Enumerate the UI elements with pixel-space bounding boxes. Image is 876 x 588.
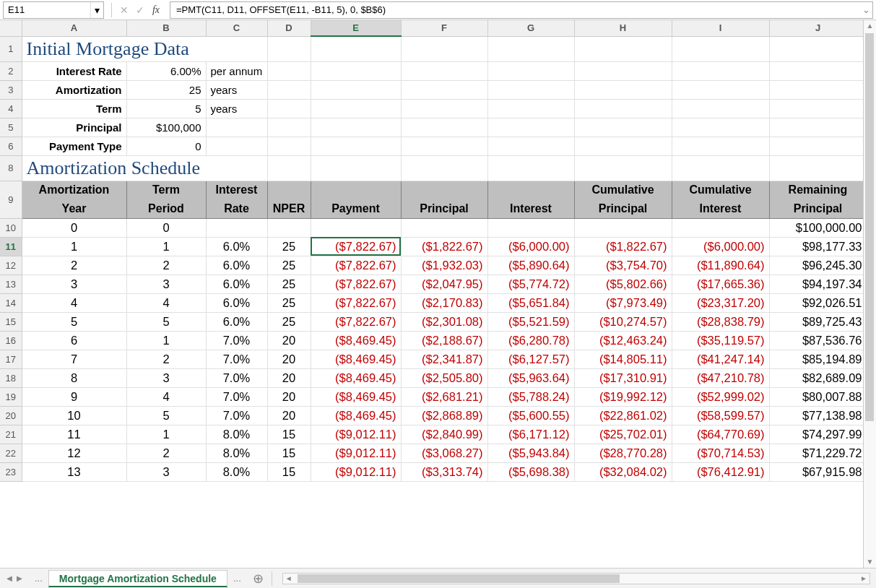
col-head-H[interactable]: H: [574, 20, 672, 36]
cell-nper[interactable]: 25: [267, 237, 311, 256]
row-head-17[interactable]: 17: [0, 350, 22, 368]
sched-header-top[interactable]: Cumulative: [574, 181, 672, 199]
cell-interest[interactable]: ($5,600.55): [487, 406, 574, 425]
col-head-D[interactable]: D: [267, 20, 311, 36]
cell[interactable]: [769, 99, 867, 118]
param-label[interactable]: Payment Type: [22, 137, 126, 155]
sched-header-top[interactable]: [401, 181, 487, 199]
row-head-9[interactable]: 9: [0, 181, 22, 218]
cell-year[interactable]: 8: [22, 368, 126, 387]
cell-payment[interactable]: ($9,012.11): [311, 425, 401, 444]
param-value[interactable]: 0: [126, 137, 206, 155]
horizontal-scrollbar[interactable]: ◄ ►: [282, 573, 870, 584]
scroll-right-icon[interactable]: ►: [858, 574, 870, 582]
sched-header-bot[interactable]: Principal: [769, 199, 867, 218]
col-head-J[interactable]: J: [769, 20, 867, 36]
cell-cum-interest[interactable]: ($35,119.57): [672, 331, 769, 350]
cell-principal[interactable]: ($2,505.80): [401, 368, 487, 387]
cell-period[interactable]: 4: [126, 293, 206, 312]
cell[interactable]: [311, 61, 401, 80]
cell-remaining[interactable]: $85,194.89: [769, 350, 867, 368]
row-head-10[interactable]: 10: [0, 218, 22, 237]
cell-rate[interactable]: 6.0%: [206, 274, 267, 293]
cell-rate[interactable]: 6.0%: [206, 312, 267, 331]
cell-rate[interactable]: 6.0%: [206, 256, 267, 274]
cell[interactable]: [769, 80, 867, 99]
cell-remaining[interactable]: $71,229.72: [769, 444, 867, 462]
cell-cum-interest[interactable]: ($52,999.02): [672, 387, 769, 406]
cell-year[interactable]: 2: [22, 256, 126, 274]
cell[interactable]: [487, 99, 574, 118]
cell[interactable]: [267, 61, 311, 80]
param-unit[interactable]: [206, 118, 267, 137]
param-unit[interactable]: [206, 137, 267, 155]
cell-remaining[interactable]: $74,297.99: [769, 425, 867, 444]
cell-nper[interactable]: 25: [267, 312, 311, 331]
sched-header-top[interactable]: Cumulative: [672, 181, 769, 199]
cell[interactable]: [401, 137, 487, 155]
col-head-I[interactable]: I: [672, 20, 769, 36]
cell-cum-principal[interactable]: ($1,822.67): [574, 237, 672, 256]
select-all-corner[interactable]: [0, 20, 22, 36]
param-value[interactable]: 6.00%: [126, 61, 206, 80]
cell[interactable]: [487, 36, 574, 61]
cell-principal[interactable]: ($2,840.99): [401, 425, 487, 444]
cell[interactable]: [401, 36, 487, 61]
cell-rate[interactable]: 8.0%: [206, 425, 267, 444]
cell-year[interactable]: 13: [22, 462, 126, 481]
cell-cum-principal[interactable]: ($5,802.66): [574, 274, 672, 293]
add-sheet-icon[interactable]: ⊕: [250, 570, 267, 587]
row-head-15[interactable]: 15: [0, 312, 22, 331]
cell[interactable]: [769, 155, 867, 181]
cell[interactable]: [401, 61, 487, 80]
cell-principal[interactable]: ($3,068.27): [401, 444, 487, 462]
param-unit[interactable]: per annum: [206, 61, 267, 80]
cell-interest[interactable]: ($5,774.72): [487, 274, 574, 293]
cell-cum-interest[interactable]: ($28,838.79): [672, 312, 769, 331]
scroll-track[interactable]: [864, 32, 876, 556]
cell-nper[interactable]: 20: [267, 387, 311, 406]
cell-rate[interactable]: [206, 218, 267, 237]
cell-payment[interactable]: ($8,469.45): [311, 387, 401, 406]
enter-icon[interactable]: ✓: [132, 2, 148, 18]
fx-icon[interactable]: fx: [148, 2, 164, 18]
cell-period[interactable]: 2: [126, 444, 206, 462]
cell-remaining[interactable]: $89,725.43: [769, 312, 867, 331]
cell-payment[interactable]: ($8,469.45): [311, 406, 401, 425]
cell-cum-interest[interactable]: ($11,890.64): [672, 256, 769, 274]
cell-interest[interactable]: ($6,127.57): [487, 350, 574, 368]
cell-cum-interest[interactable]: ($6,000.00): [672, 237, 769, 256]
cell-payment[interactable]: ($7,822.67): [311, 312, 401, 331]
name-box[interactable]: E11 ▾: [3, 1, 104, 19]
cell-payment[interactable]: ($7,822.67): [311, 293, 401, 312]
cell-remaining[interactable]: $87,536.76: [769, 331, 867, 350]
cell[interactable]: [672, 80, 769, 99]
sheet-tab-active[interactable]: Mortgage Amortization Schedule: [48, 570, 227, 587]
cell-period[interactable]: 1: [126, 331, 206, 350]
cell-period[interactable]: 3: [126, 462, 206, 481]
row-head-5[interactable]: 5: [0, 118, 22, 137]
cell-principal[interactable]: ($2,047.95): [401, 274, 487, 293]
cell-cum-interest[interactable]: ($41,247.14): [672, 350, 769, 368]
cell-nper[interactable]: 25: [267, 274, 311, 293]
row-head-14[interactable]: 14: [0, 293, 22, 312]
cell-principal[interactable]: ($1,822.67): [401, 237, 487, 256]
cell-interest[interactable]: ($5,651.84): [487, 293, 574, 312]
cancel-icon[interactable]: ✕: [116, 2, 132, 18]
cell[interactable]: [574, 99, 672, 118]
param-label[interactable]: Interest Rate: [22, 61, 126, 80]
cell-year[interactable]: 10: [22, 406, 126, 425]
tab-overflow-right[interactable]: ...: [227, 573, 247, 584]
col-head-B[interactable]: B: [126, 20, 206, 36]
cell-rate[interactable]: 6.0%: [206, 293, 267, 312]
scroll-down-icon[interactable]: ▼: [864, 556, 876, 568]
sched-header-top[interactable]: Amortization: [22, 181, 126, 199]
cell-interest[interactable]: [487, 218, 574, 237]
sched-header-top[interactable]: Interest: [206, 181, 267, 199]
cell-rate[interactable]: 7.0%: [206, 368, 267, 387]
cell-rate[interactable]: 8.0%: [206, 462, 267, 481]
cell-year[interactable]: 6: [22, 331, 126, 350]
sched-header-bot[interactable]: Principal: [574, 199, 672, 218]
row-head-12[interactable]: 12: [0, 256, 22, 274]
param-value[interactable]: $100,000: [126, 118, 206, 137]
